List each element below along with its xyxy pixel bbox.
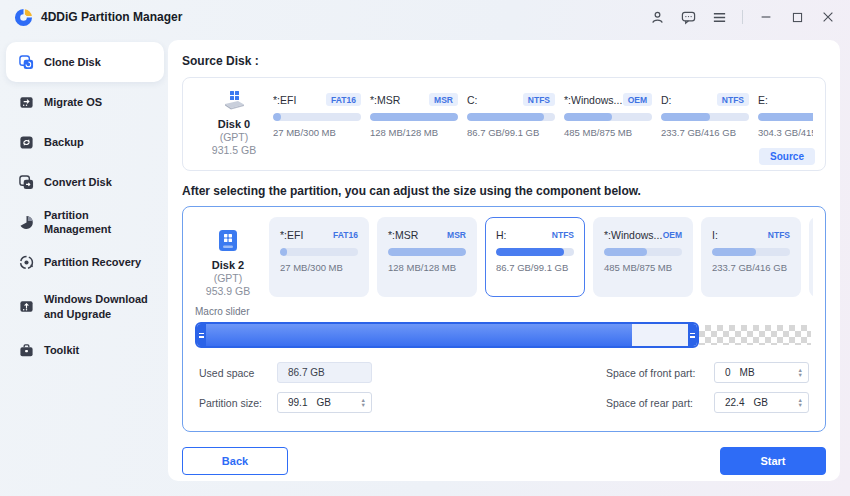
target-partition[interactable]: *:EFIFAT16 27 MB/300 MB [269, 217, 369, 297]
front-space-input[interactable]: 0 MB ▲▼ [714, 362, 809, 383]
sidebar-item-clone-disk[interactable]: Clone Disk [6, 42, 164, 82]
used-space-value: 86.7 GB [277, 362, 372, 383]
sidebar-item-convert-disk[interactable]: Convert Disk [6, 162, 164, 202]
usage-text: 128 MB/128 MB [388, 262, 466, 273]
sidebar-item-backup[interactable]: Backup [6, 122, 164, 162]
account-icon[interactable] [649, 9, 665, 25]
disk-size: 953.9 GB [195, 285, 261, 297]
usage-bar [496, 248, 574, 256]
usage-text: 485 MB/875 MB [604, 262, 682, 273]
partition-size-input[interactable]: 99.1 GB ▲▼ [277, 392, 372, 413]
sidebar-item-partition-management[interactable]: Partition Management [6, 202, 164, 243]
usage-bar [661, 113, 749, 121]
source-partition[interactable]: *:MSRMSR 128 MB/128 MB [370, 93, 458, 154]
back-button[interactable]: Back [182, 447, 288, 475]
maximize-button[interactable] [789, 9, 805, 25]
usage-bar [758, 113, 813, 121]
source-partition-row: *:EFIFAT16 27 MB/300 MB *:MSRMSR 128 MB/… [273, 88, 813, 154]
sidebar-item-label: Convert Disk [44, 175, 112, 189]
usage-text: 304.3 GB/415.1 GB [758, 127, 813, 138]
partition-name: *:MSR [388, 229, 418, 241]
fs-label: MSR [447, 230, 466, 240]
front-space-unit: MB [740, 367, 755, 378]
front-space-value: 0 [725, 367, 731, 378]
partition-name: *:MSR [370, 94, 400, 106]
toolkit-icon [18, 343, 34, 359]
fs-label: NTFS [768, 230, 790, 240]
source-partition[interactable]: E:NTFS 304.3 GB/415.1 GB [758, 93, 813, 154]
target-partition[interactable]: *:MSRMSR 128 MB/128 MB [377, 217, 477, 297]
fs-badge: FAT16 [326, 93, 361, 106]
partition-size-label: Partition size: [199, 397, 277, 409]
title-bar: 4DDiG Partition Manager [0, 0, 850, 34]
target-partition-selected[interactable]: H:NTFS 86.7 GB/99.1 GB [485, 217, 585, 297]
menu-icon[interactable] [711, 9, 727, 25]
fs-badge: NTFS [717, 93, 749, 106]
source-partition[interactable]: C:NTFS 86.7 GB/99.1 GB [467, 93, 555, 154]
front-space-stepper[interactable]: ▲▼ [798, 368, 803, 377]
fs-badge: NTFS [523, 93, 555, 106]
close-button[interactable] [820, 9, 836, 25]
partition-name: *:Windows... [604, 229, 662, 241]
sidebar-item-label: Backup [44, 135, 84, 149]
slider-handle-left[interactable] [197, 324, 206, 346]
feedback-icon[interactable] [680, 9, 696, 25]
sidebar-item-label: Migrate OS [44, 95, 102, 109]
main-panel: Source Disk : Disk 0 (GPT) 931.5 GB *:EF… [168, 40, 840, 481]
unallocated-space-pattern [699, 325, 811, 345]
partition-size-unit: GB [316, 397, 330, 408]
partition-management-icon [18, 214, 34, 230]
rear-space-input[interactable]: 22.4 GB ▲▼ [714, 392, 809, 413]
sidebar-item-label: Partition Recovery [44, 255, 141, 269]
macro-slider[interactable] [195, 322, 813, 348]
usage-bar [467, 113, 555, 121]
sidebar-item-toolkit[interactable]: Toolkit [6, 331, 164, 371]
source-disk-icon [221, 98, 247, 115]
fs-badge: MSR [429, 93, 458, 106]
sidebar-item-windows-download-upgrade[interactable]: Windows Download and Upgrade [6, 283, 164, 331]
adjust-panel: Disk 2 (GPT) 953.9 GB *:EFIFAT16 27 MB/3… [182, 206, 826, 432]
sidebar: Clone Disk Migrate OS Backup [4, 38, 166, 496]
sidebar-item-label: Partition Management [44, 208, 152, 237]
rear-space-unit: GB [753, 397, 767, 408]
partition-name: *:EFI [280, 229, 303, 241]
disk-scheme: (GPT) [195, 131, 273, 143]
slider-used-fill [197, 324, 632, 346]
sidebar-item-label: Clone Disk [44, 55, 101, 69]
used-space-label: Used space [199, 367, 277, 379]
usage-bar [280, 248, 358, 256]
target-partition[interactable]: I:NTFS 233.7 GB/416 GB [701, 217, 801, 297]
target-partition[interactable]: J:NTFS 304.3 GB/415.1 GB [809, 217, 813, 297]
sidebar-item-partition-recovery[interactable]: Partition Recovery [6, 243, 164, 283]
macro-slider-label: Macro slider [195, 306, 813, 317]
rear-space-value: 22.4 [725, 397, 744, 408]
usage-text: 27 MB/300 MB [280, 262, 358, 273]
usage-text: 27 MB/300 MB [273, 127, 361, 138]
source-partition[interactable]: *:Windows...OEM 485 MB/875 MB [564, 93, 652, 154]
partition-name: H: [496, 229, 507, 241]
clone-disk-icon [18, 54, 34, 70]
disk-name: Disk 2 [195, 259, 261, 271]
sidebar-item-migrate-os[interactable]: Migrate OS [6, 82, 164, 122]
source-partition[interactable]: D:NTFS 233.7 GB/416 GB [661, 93, 749, 154]
minimize-button[interactable] [758, 9, 774, 25]
partition-size-stepper[interactable]: ▲▼ [361, 398, 366, 407]
source-partition[interactable]: *:EFIFAT16 27 MB/300 MB [273, 93, 361, 154]
target-partition[interactable]: *:Windows...OEM 485 MB/875 MB [593, 217, 693, 297]
app-title: 4DDiG Partition Manager [41, 10, 182, 24]
source-disk-panel: Disk 0 (GPT) 931.5 GB *:EFIFAT16 27 MB/3… [182, 77, 826, 171]
usage-text: 86.7 GB/99.1 GB [496, 262, 574, 273]
slider-partition-segment[interactable] [195, 322, 699, 348]
convert-disk-icon [18, 174, 34, 190]
disk-size: 931.5 GB [195, 144, 273, 156]
source-badge: Source [759, 148, 815, 165]
usage-bar [388, 248, 466, 256]
backup-icon [18, 134, 34, 150]
slider-handle-right[interactable] [688, 324, 697, 346]
usage-bar [273, 113, 361, 121]
start-button[interactable]: Start [720, 447, 826, 475]
partition-name: *:EFI [273, 94, 296, 106]
target-disk-icon [217, 239, 239, 256]
partition-name: I: [712, 229, 718, 241]
rear-space-stepper[interactable]: ▲▼ [798, 398, 803, 407]
